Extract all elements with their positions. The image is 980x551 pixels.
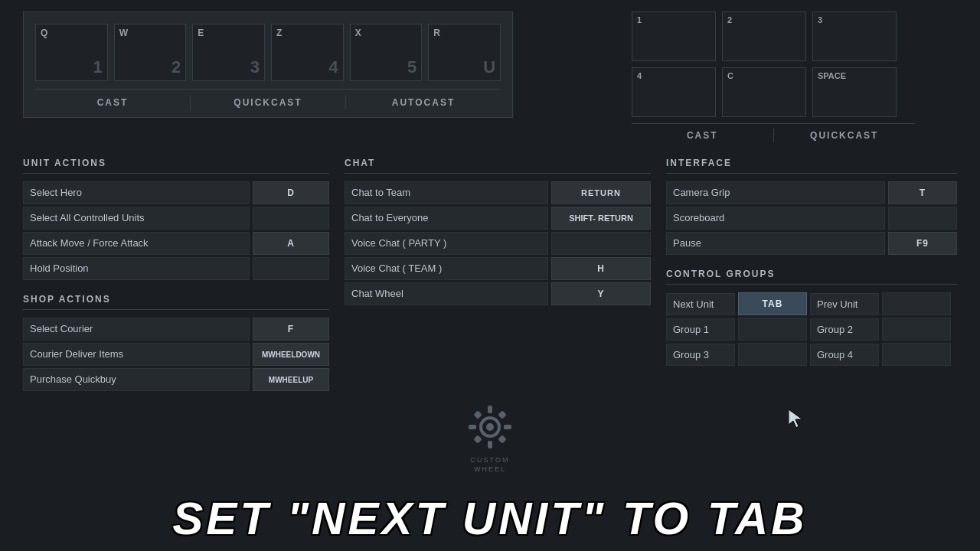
- ability-key-r: R: [433, 28, 440, 38]
- keybind-label-select-all: Select All Controlled Units: [23, 207, 250, 230]
- keybind-box-chat-wheel[interactable]: Y: [551, 282, 651, 305]
- keybind-label-attack: Attack Move / Force Attack: [23, 232, 250, 255]
- keybind-box-voice-party[interactable]: [551, 232, 651, 255]
- group-slot-1[interactable]: 1: [632, 11, 716, 61]
- ability-slot-r[interactable]: R U: [428, 24, 501, 81]
- svg-rect-9: [498, 435, 506, 443]
- cg-box-group1[interactable]: [738, 318, 807, 341]
- group-panel-right: 1 2 3 4 C SPACE CAST QUICKCAST: [632, 11, 915, 142]
- keybind-row-select-all: Select All Controlled Units: [23, 207, 329, 230]
- keybind-box-chat-team[interactable]: RETURN: [551, 181, 651, 204]
- cg-label-next-unit: Next Unit: [666, 293, 735, 315]
- keybind-box-courier[interactable]: F: [253, 318, 329, 341]
- cg-row-group12: Group 1 Group 2: [666, 318, 957, 341]
- cg-box-group3[interactable]: [738, 343, 807, 366]
- keybind-label-pause: Pause: [666, 232, 885, 255]
- svg-marker-10: [789, 409, 802, 428]
- keybind-label-voice-team: Voice Chat ( TEAM ): [345, 257, 548, 280]
- ability-num-e: 3: [250, 57, 260, 77]
- group-cast-row: CAST QUICKCAST: [632, 123, 915, 142]
- svg-rect-5: [504, 425, 511, 429]
- keybind-row-chat-wheel: Chat Wheel Y: [345, 282, 651, 305]
- svg-rect-6: [473, 410, 482, 419]
- cg-box-group4[interactable]: [882, 343, 951, 366]
- keybind-label-chat-team: Chat to Team: [345, 181, 548, 204]
- cg-box-next-unit[interactable]: TAB: [738, 292, 807, 315]
- group-slot-2[interactable]: 2: [722, 11, 806, 61]
- chat-title: CHAT: [345, 158, 651, 174]
- svg-rect-8: [473, 435, 482, 443]
- group-key-space: SPACE: [818, 71, 846, 80]
- keybind-box-pause[interactable]: F9: [888, 232, 957, 255]
- gear-area: CUSTOMWHEEL: [467, 404, 513, 474]
- keybind-box-voice-team[interactable]: H: [551, 257, 651, 280]
- ability-slot-x[interactable]: X 5: [350, 24, 423, 81]
- cursor-arrow: [789, 409, 804, 430]
- keybind-box-hold[interactable]: [253, 257, 329, 280]
- group-slot-4[interactable]: 4: [632, 67, 716, 117]
- keybind-row-courier: Select Courier F: [23, 318, 329, 341]
- ability-key-x: X: [355, 28, 361, 38]
- svg-rect-2: [488, 406, 492, 413]
- ability-key-z: Z: [276, 28, 282, 38]
- keybind-box-select-hero[interactable]: D: [253, 181, 329, 204]
- gear-icon: [467, 404, 513, 450]
- ability-num-r: U: [483, 57, 495, 77]
- keybind-row-hold: Hold Position: [23, 257, 329, 280]
- group-slot-3[interactable]: 3: [812, 11, 897, 61]
- group-key-3: 3: [818, 15, 822, 24]
- gear-label: CUSTOMWHEEL: [467, 455, 513, 474]
- ability-slot-q[interactable]: Q 1: [35, 24, 108, 81]
- group-slot-space[interactable]: SPACE: [812, 67, 897, 117]
- ability-key-q: Q: [41, 28, 47, 38]
- keybind-row-voice-team: Voice Chat ( TEAM ) H: [345, 257, 651, 280]
- control-groups-title: CONTROL GROUPS: [666, 269, 957, 285]
- group-cast-label: CAST: [632, 130, 773, 141]
- cg-label-group1: Group 1: [666, 318, 735, 341]
- cg-box-prev-unit[interactable]: [882, 292, 951, 315]
- keybind-label-select-hero: Select Hero: [23, 181, 250, 204]
- ability-slot-e[interactable]: E 3: [192, 24, 265, 81]
- keybind-box-chat-everyone[interactable]: SHIFT- RETURN: [551, 207, 651, 230]
- cg-box-group2[interactable]: [882, 318, 951, 341]
- keybind-label-voice-party: Voice Chat ( PARTY ): [345, 232, 548, 255]
- group-slot-c[interactable]: C: [722, 67, 806, 117]
- interface-section: INTERFACE Camera Grip T Scoreboard Pause…: [666, 158, 957, 393]
- keybind-label-hold: Hold Position: [23, 257, 250, 280]
- keybind-box-courier-deliver[interactable]: MWHEELDOWN: [253, 343, 329, 366]
- overlay-text: SET "NEXT UNIT" TO TAB: [0, 492, 980, 545]
- keybind-box-scoreboard[interactable]: [888, 207, 957, 230]
- keybind-row-camera: Camera Grip T: [666, 181, 957, 204]
- group-key-c: C: [727, 71, 733, 80]
- ability-cast-row: CAST QUICKCAST AUTOCAST: [35, 89, 501, 109]
- keybind-row-voice-party: Voice Chat ( PARTY ): [345, 232, 651, 255]
- keybind-row-chat-everyone: Chat to Everyone SHIFT- RETURN: [345, 207, 651, 230]
- keybind-label-quickbuy: Purchase Quickbuy: [23, 368, 250, 391]
- cg-label-group2: Group 2: [810, 318, 879, 341]
- svg-rect-3: [488, 441, 492, 448]
- keybind-label-chat-wheel: Chat Wheel: [345, 282, 548, 305]
- cast-label-cast: CAST: [35, 97, 190, 108]
- keybind-box-quickbuy[interactable]: MWHEELUP: [253, 368, 329, 391]
- ability-num-z: 4: [328, 57, 338, 77]
- ability-slot-z[interactable]: Z 4: [271, 24, 344, 81]
- chat-section: CHAT Chat to Team RETURN Chat to Everyon…: [345, 158, 651, 393]
- keybind-box-select-all[interactable]: [253, 207, 329, 230]
- ability-num-x: 5: [407, 57, 416, 77]
- ability-slot-w[interactable]: W 2: [114, 24, 187, 81]
- keybind-box-camera[interactable]: T: [888, 181, 957, 204]
- keybind-row-attack: Attack Move / Force Attack A: [23, 232, 329, 255]
- group-key-2: 2: [727, 15, 732, 24]
- ability-key-e: E: [198, 28, 204, 38]
- cg-row-group34: Group 3 Group 4: [666, 343, 957, 366]
- interface-title: INTERFACE: [666, 158, 957, 174]
- svg-point-1: [486, 423, 494, 431]
- keybind-box-attack[interactable]: A: [253, 232, 329, 255]
- keybind-label-scoreboard: Scoreboard: [666, 207, 885, 230]
- group-key-1: 1: [637, 15, 642, 24]
- group-key-4: 4: [637, 71, 642, 80]
- keybind-row-select-hero: Select Hero D: [23, 181, 329, 204]
- keybind-row-scoreboard: Scoreboard: [666, 207, 957, 230]
- cg-label-prev-unit: Prev Unit: [810, 293, 879, 315]
- keybind-row-quickbuy: Purchase Quickbuy MWHEELUP: [23, 368, 329, 391]
